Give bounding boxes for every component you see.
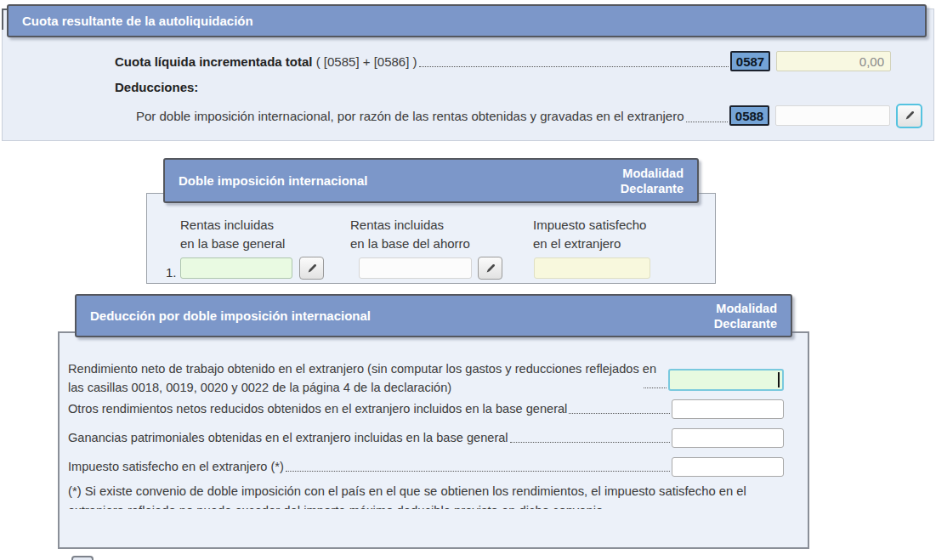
column-header-line: Rentas incluidas — [350, 216, 470, 235]
impuesto-satisfecho-label: Impuesto satisfecho en el extranjero (*) — [68, 460, 284, 473]
pencil-icon — [485, 263, 496, 274]
input-impuesto-satisfecho[interactable] — [534, 257, 650, 279]
dotted-leader — [644, 387, 667, 388]
modalidad-line: Declarante — [714, 317, 777, 331]
input-ganancias-patrimoniales[interactable] — [672, 428, 784, 448]
modalidad-line: Modalidad — [622, 167, 684, 180]
column-header-line: en la base general — [180, 235, 285, 253]
input-rentas-base-ahorro[interactable] — [359, 257, 472, 279]
popup-doble-imposicion-panel: Rentas incluidas en la base general Rent… — [146, 193, 716, 284]
otros-rendimientos-label: Otros rendimientos netos reducidos obten… — [68, 402, 567, 416]
popup-deduccion-panel: Rendimiento neto de trabajo obtenido en … — [58, 331, 809, 549]
input-rentas-base-general[interactable] — [180, 257, 292, 279]
doble-imposicion-label: Por doble imposición internacional, por … — [136, 109, 684, 123]
edit-button-0588[interactable] — [896, 104, 922, 128]
modalidad-line: Declarante — [621, 182, 684, 195]
column-header-line: Rentas incluidas — [180, 216, 285, 235]
edit-button-base-ahorro[interactable] — [478, 257, 502, 280]
popup-title: Deducción por doble imposición internaci… — [90, 308, 371, 323]
popup-title: Doble imposición internacional — [179, 173, 368, 188]
dotted-leader — [510, 442, 670, 443]
box-code-0588: 0588 — [729, 105, 769, 126]
ganancias-patrimoniales-label: Ganancias patrimoniales obtenidas en el … — [68, 431, 508, 444]
row-number: 1. — [166, 265, 177, 280]
row-cuota-liquida: Cuota líquida incrementada total ( [0585… — [115, 50, 891, 72]
modalidad-line: Modalidad — [716, 302, 777, 315]
input-0587-cuota-liquida[interactable] — [776, 51, 891, 71]
dotted-leader — [286, 471, 670, 472]
text-cursor — [778, 372, 780, 387]
popup-doble-imposicion-header: Doble imposición internacional Modalidad… — [163, 158, 699, 203]
footnote-convenio: (*) Si existe convenio de doble imposici… — [68, 482, 752, 509]
section-title: Cuota resultante de la autoliquidación — [22, 14, 253, 28]
input-rendimiento-neto[interactable] — [668, 369, 784, 391]
modalidad-declarante-label: Modalidad Declarante — [621, 166, 684, 196]
cuota-liquida-label-paren: ( [0585] + [0586] ) — [313, 54, 417, 69]
edit-button-base-general[interactable] — [299, 257, 324, 280]
popup-deduccion-header: Deducción por doble imposición internaci… — [75, 294, 792, 337]
section-header: Cuota resultante de la autoliquidación — [7, 4, 927, 37]
row-doble-imposicion: Por doble imposición internacional, por … — [136, 104, 922, 127]
column-header-impuesto-extranjero: Impuesto satisfecho en el extranjero — [533, 216, 646, 253]
row-ganancias-patrimoniales: Ganancias patrimoniales obtenidas en el … — [68, 427, 784, 448]
input-impuesto-satisfecho-deduccion[interactable] — [672, 457, 784, 477]
input-0588-doble-imposicion[interactable] — [775, 105, 890, 126]
column-header-line: Impuesto satisfecho — [533, 216, 646, 235]
column-header-line: en la base del ahorro — [350, 235, 470, 253]
row-impuesto-satisfecho: Impuesto satisfecho en el extranjero (*) — [68, 456, 784, 477]
column-header-line: en el extranjero — [533, 235, 646, 253]
modalidad-declarante-label: Modalidad Declarante — [714, 301, 777, 331]
pencil-icon — [306, 263, 318, 274]
dotted-leader — [419, 66, 729, 67]
rendimiento-neto-label: Rendimiento neto de trabajo obtenido en … — [68, 359, 673, 397]
dotted-leader — [686, 122, 728, 122]
next-section-edge — [71, 556, 94, 560]
box-code-0587: 0587 — [730, 51, 770, 71]
column-header-base-ahorro: Rentas incluidas en la base del ahorro — [350, 216, 470, 253]
dotted-leader — [569, 413, 670, 414]
input-otros-rendimientos[interactable] — [672, 399, 784, 419]
deducciones-heading: Deducciones: — [115, 80, 198, 94]
pencil-icon — [904, 110, 916, 122]
cuota-liquida-label-bold: Cuota líquida incrementada total — [115, 54, 313, 69]
row-otros-rendimientos: Otros rendimientos netos reducidos obten… — [68, 399, 784, 419]
page: Cuota resultante de la autoliquidación C… — [0, 0, 936, 560]
cuota-liquida-label: Cuota líquida incrementada total ( [0585… — [115, 54, 417, 69]
column-header-base-general: Rentas incluidas en la base general — [180, 216, 285, 253]
